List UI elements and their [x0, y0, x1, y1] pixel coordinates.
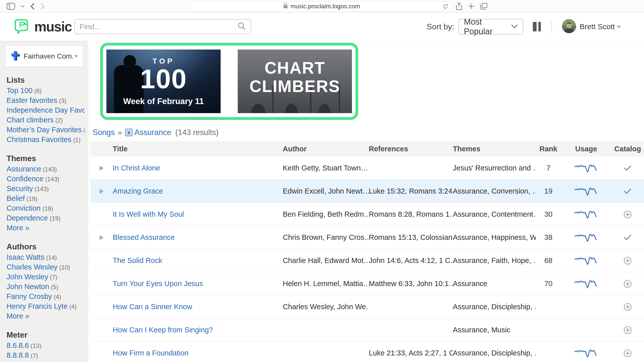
sidebar-item-6-6-8-6[interactable]: 6.6.8.6(4) — [7, 361, 85, 362]
add-to-catalog-icon[interactable] — [623, 210, 632, 219]
sidebar-item-christmas-favorites[interactable]: Christmas Favorites(1) — [7, 135, 85, 145]
sidebar-item-8-6-8-6[interactable]: 8.6.8.6(13) — [7, 341, 85, 351]
chevron-down-icon[interactable] — [21, 5, 25, 8]
sidebar-item-charles-wesley[interactable]: Charles Wesley(10) — [7, 263, 85, 273]
back-icon[interactable] — [30, 3, 35, 10]
song-title-link[interactable]: How Firm a Foundation — [113, 349, 188, 357]
sidebar-item-top-100[interactable]: Top 100(6) — [7, 86, 85, 96]
sidebar-item-assurance[interactable]: Assurance(143) — [7, 165, 85, 174]
column-header-catalog[interactable]: Catalog — [611, 145, 644, 153]
chart-climbers-banner[interactable]: CHART CLIMBERS — [238, 50, 352, 113]
play-icon[interactable] — [100, 235, 104, 240]
column-header-themes[interactable]: Themes — [453, 145, 536, 153]
column-header-usage[interactable]: Usage — [561, 145, 611, 153]
table-row-in-christ-alone[interactable]: In Christ AloneKeith Getty, Stuart Town…… — [91, 157, 644, 180]
table-row-how-can-i-keep-from-singing[interactable]: How Can I Keep from Singing?Assurance, M… — [91, 319, 644, 342]
song-title-link[interactable]: In Christ Alone — [113, 164, 160, 172]
table-row-it-is-well-with-my-soul[interactable]: It Is Well with My SoulBen Fielding, Bet… — [91, 203, 644, 226]
song-title-link[interactable]: It Is Well with My Soul — [113, 210, 184, 218]
sidebar-item-mother-s-day-favorites[interactable]: Mother’s Day Favorites(2) — [7, 125, 85, 135]
add-to-catalog-icon[interactable] — [623, 256, 632, 265]
sidebar-item-john-newton[interactable]: John Newton(5) — [7, 282, 85, 292]
table-row-turn-your-eyes-upon-jesus[interactable]: Turn Your Eyes Upon JesusHelen H. Lemmel… — [91, 272, 644, 295]
song-title-link[interactable]: Blessed Assurance — [113, 233, 175, 241]
song-title-link[interactable]: Turn Your Eyes Upon Jesus — [113, 280, 203, 288]
column-header-references[interactable]: References — [369, 145, 453, 153]
breadcrumb-filter-link[interactable]: Assurance — [134, 128, 171, 137]
add-to-catalog-icon[interactable] — [623, 326, 632, 334]
sidebar-toggle-icon[interactable] — [7, 3, 15, 10]
top-100-banner[interactable]: TOP 100 Week of February 11 — [106, 50, 221, 113]
column-header-title[interactable]: Title — [113, 145, 283, 153]
sidebar-item-count: (19) — [50, 215, 60, 222]
sidebar-item-fanny-crosby[interactable]: Fanny Crosby(4) — [7, 292, 85, 302]
user-menu[interactable]: Brett Scott — [562, 19, 621, 34]
sidebar-item-dependence[interactable]: Dependence(19) — [7, 214, 85, 223]
search-input[interactable] — [79, 22, 237, 31]
app-logo[interactable]: music — [15, 18, 69, 35]
add-to-catalog-icon[interactable] — [623, 280, 632, 288]
table-row-how-firm-a-foundation[interactable]: How Firm a FoundationLuke 21:33, Acts 2:… — [91, 342, 644, 362]
add-to-catalog-icon[interactable] — [623, 349, 632, 357]
sidebar-item-easter-favorites[interactable]: Easter favorites(3) — [7, 96, 85, 106]
title-cell: How Firm a Foundation — [113, 349, 283, 357]
table-row-amazing-grace[interactable]: Amazing GraceEdwin Excell, John Newt…Luk… — [91, 180, 644, 203]
play-icon[interactable] — [100, 166, 104, 171]
sidebar-item-henry-francis-lyte[interactable]: Henry Francis Lyte(4) — [7, 302, 85, 312]
search-box[interactable] — [74, 19, 251, 34]
table-row-how-can-a-sinner-know[interactable]: How Can a Sinner KnowCharles Wesley, Joh… — [91, 295, 644, 319]
view-toggle-icon[interactable] — [533, 22, 541, 31]
sidebar-item-count: (7) — [31, 352, 38, 359]
sidebar-item-chart-climbers[interactable]: Chart climbers(2) — [7, 116, 85, 125]
share-icon[interactable] — [456, 2, 462, 10]
remove-filter-icon[interactable]: x — [125, 129, 133, 136]
sidebar-item-count: (13) — [31, 342, 42, 349]
sidebar-item-confidence[interactable]: Confidence(143) — [7, 174, 85, 184]
sidebar-item-conviction[interactable]: Conviction(19) — [7, 204, 85, 214]
banner-number: 100 — [140, 65, 187, 93]
logo-wordmark: music — [34, 19, 72, 35]
sidebar-item-label: Assurance — [7, 165, 41, 173]
sidebar-item-label: 8.6.8.6 — [7, 341, 29, 349]
address-bar[interactable]: music.proclaim.logos.com — [191, 2, 452, 11]
rank-cell: 30 — [536, 210, 561, 218]
song-title-link[interactable]: How Can a Sinner Know — [113, 303, 192, 311]
search-icon[interactable] — [237, 22, 246, 31]
sort-dropdown[interactable]: Most Popular — [458, 19, 523, 34]
title-cell: Amazing Grace — [113, 187, 283, 195]
sidebar-item-security[interactable]: Security(143) — [7, 184, 85, 194]
play-icon[interactable] — [100, 189, 104, 194]
url-text: music.proclaim.logos.com — [291, 3, 360, 10]
column-header-author[interactable]: Author — [283, 145, 369, 153]
tab-overview-icon[interactable] — [480, 3, 488, 10]
rank-cell: 70 — [536, 280, 561, 288]
sidebar-item-belief[interactable]: Belief(19) — [7, 194, 85, 204]
sidebar-item-john-wesley[interactable]: John Wesley(7) — [7, 273, 85, 282]
selection-highlight: TOP 100 Week of February 11 CHART CLIMBE… — [100, 43, 358, 120]
sidebar-item-isaac-watts[interactable]: Isaac Watts(14) — [7, 253, 85, 263]
breadcrumb-songs-link[interactable]: Songs — [93, 128, 115, 137]
sidebar-more-link[interactable]: More » — [7, 223, 85, 233]
music-bubble-logo-icon — [15, 18, 31, 35]
usage-sparkline — [574, 186, 598, 197]
song-title-link[interactable]: The Solid Rock — [113, 256, 162, 264]
column-header-rank[interactable]: Rank — [536, 145, 561, 153]
add-to-catalog-icon[interactable] — [623, 303, 632, 311]
sidebar-more-link[interactable]: More » — [7, 312, 85, 322]
refresh-icon[interactable] — [442, 4, 449, 11]
forward-icon[interactable] — [40, 3, 45, 10]
song-title-link[interactable]: Amazing Grace — [113, 187, 163, 195]
table-row-blessed-assurance[interactable]: Blessed AssuranceChris Brown, Fanny Cros… — [91, 226, 644, 249]
themes-cell: Assurance, Faith, Hope, … — [453, 256, 536, 265]
sidebar-item-count: (6) — [34, 87, 42, 94]
church-selector[interactable]: Fairhaven Com... — [6, 46, 83, 67]
themes-cell: Assurance, Contentment… — [453, 210, 536, 218]
table-row-the-solid-rock[interactable]: The Solid RockCharlie Hall, Edward Mot…J… — [91, 249, 644, 272]
song-title-link[interactable]: How Can I Keep from Singing? — [113, 326, 213, 334]
title-cell: It Is Well with My Soul — [113, 210, 283, 218]
new-tab-icon[interactable] — [468, 3, 474, 10]
caret-down-icon — [74, 54, 78, 59]
references-cell: Romans 8:28, Romans 1… — [369, 210, 453, 218]
sidebar-item-independence-day-favo[interactable]: Independence Day Favo…(3) — [7, 106, 85, 116]
sidebar-item-8-8-8-8[interactable]: 8.8.8.8(7) — [7, 351, 85, 361]
